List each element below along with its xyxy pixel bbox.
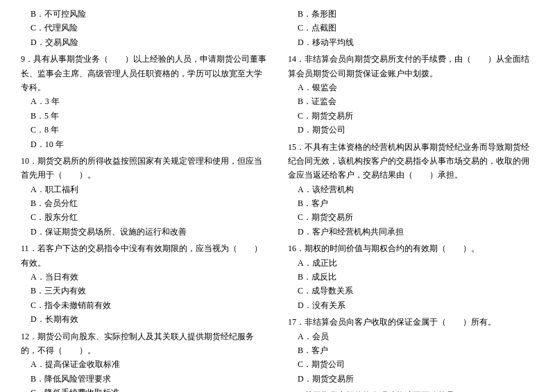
prev-question-options: B．不可控风险 C．代理风险 D．交易风险 (21, 7, 267, 49)
q12-option-b: B．降低风险管理要求 (21, 372, 267, 386)
q14-option-c: C．期货交易所 (288, 109, 534, 123)
q9-option-a: A．3 年 (21, 94, 267, 108)
q11-option-a: A．当日有效 (21, 270, 267, 284)
question-16: 16．期权的时间价值与期权合约的有效期（ ）。 A．成正比 B．成反比 C．成导… (288, 241, 534, 312)
q9-option-b: B．5 年 (21, 109, 267, 123)
q16-text: 16．期权的时间价值与期权合约的有效期（ ）。 (288, 241, 534, 255)
q18-text: 18．关于期货市场价格发现功能述不正确的是（ ）。 (288, 389, 534, 392)
q11-text: 11．若客户下达的交易指令中没有有效期限的，应当视为（ ）有效。 (21, 241, 267, 270)
q14-text: 14．非结算会员向期货交易所支付的手续费，由（ ）从全面结算会员期货公司期货保证… (288, 52, 534, 80)
q15-text: 15．不具有主体资格的经营机构因从事期货经纪业务而导致期货经纪合同无效，该机构按… (288, 140, 534, 182)
q12-option-a: A．提高保证金收取标准 (21, 357, 267, 371)
option-d-moving-avg: D．移动平均线 (288, 35, 534, 49)
q12-text: 12．期货公司向股东、实际控制人及其关联人提供期货经纪服务的，不得（ ）。 (21, 330, 267, 358)
question-12: 12．期货公司向股东、实际控制人及其关联人提供期货经纪服务的，不得（ ）。 A．… (21, 330, 267, 392)
q16-option-b: B．成反比 (288, 270, 534, 284)
question-18: 18．关于期货市场价格发现功能述不正确的是（ ）。 (288, 389, 534, 392)
q10-text: 10．期货交易所的所得收益按照国家有关规定管理和使用，但应当首先用于（ ）。 (21, 154, 267, 182)
q10-option-a: A．职工福利 (21, 182, 267, 196)
q14-option-b: B．证监会 (288, 94, 534, 108)
q17-option-c: C．期货公司 (288, 357, 534, 371)
question-9: 9．具有从事期货业务（ ）以上经验的人员，申请期货公司董事长、监事会主席、高级管… (21, 52, 267, 151)
option-c-agent-risk: C．代理风险 (21, 21, 267, 35)
q16-option-c: C．成导数关系 (288, 284, 534, 298)
q15-option-a: A．该经营机构 (288, 182, 534, 196)
q11-option-b: B．三天内有效 (21, 284, 267, 298)
option-d-trade-risk: D．交易风险 (21, 35, 267, 49)
q17-option-a: A．会员 (288, 330, 534, 343)
q12-option-c: C．降低手续费收取标准 (21, 386, 267, 392)
q17-text: 17．非结算会员向客户收取的保证金属于（ ）所有。 (288, 315, 534, 329)
question-11: 11．若客户下达的交易指令中没有有效期限的，应当视为（ ）有效。 A．当日有效 … (21, 241, 267, 326)
q15-option-b: B．客户 (288, 196, 534, 210)
option-b-uncontrollable: B．不可控风险 (21, 7, 267, 21)
left-column: B．不可控风险 C．代理风险 D．交易风险 9．具有从事期货业务（ ）以上经验的… (21, 7, 274, 392)
content-columns: B．不可控风险 C．代理风险 D．交易风险 9．具有从事期货业务（ ）以上经验的… (21, 7, 534, 392)
right-column: B．条形图 C．点截图 D．移动平均线 14．非结算会员向期货交易所支付的手续费… (281, 7, 534, 392)
q10-option-d: D．保证期货交易场所、设施的运行和改善 (21, 225, 267, 239)
prev-question-options-right: B．条形图 C．点截图 D．移动平均线 (288, 7, 534, 49)
question-10: 10．期货交易所的所得收益按照国家有关规定管理和使用，但应当首先用于（ ）。 A… (21, 154, 267, 239)
q10-option-b: B．会员分红 (21, 196, 267, 210)
q11-option-c: C．指令未撤销前有效 (21, 298, 267, 312)
q9-option-c: C．8 年 (21, 123, 267, 137)
q11-option-d: D．长期有效 (21, 312, 267, 326)
option-b-bar-chart: B．条形图 (288, 7, 534, 21)
q10-option-c: C．股东分红 (21, 210, 267, 224)
question-15: 15．不具有主体资格的经营机构因从事期货经纪业务而导致期货经纪合同无效，该机构按… (288, 140, 534, 239)
q15-option-d: D．客户和经营机构共同承担 (288, 225, 534, 239)
q14-option-d: D．期货公司 (288, 123, 534, 137)
option-c-point-chart: C．点截图 (288, 21, 534, 35)
question-17: 17．非结算会员向客户收取的保证金属于（ ）所有。 A．会员 B．客户 C．期货… (288, 315, 534, 386)
q17-option-b: B．客户 (288, 343, 534, 357)
q16-option-d: D．没有关系 (288, 298, 534, 312)
q9-option-d: D．10 年 (21, 137, 267, 151)
question-14: 14．非结算会员向期货交易所支付的手续费，由（ ）从全面结算会员期货公司期货保证… (288, 52, 534, 137)
q15-option-c: C．期货交易所 (288, 210, 534, 224)
q14-option-a: A．银监会 (288, 80, 534, 94)
q9-text: 9．具有从事期货业务（ ）以上经验的人员，申请期货公司董事长、监事会主席、高级管… (21, 52, 267, 94)
page-content: B．不可控风险 C．代理风险 D．交易风险 9．具有从事期货业务（ ）以上经验的… (21, 7, 534, 392)
q17-option-d: D．期货交易所 (288, 372, 534, 386)
q16-option-a: A．成正比 (288, 256, 534, 270)
